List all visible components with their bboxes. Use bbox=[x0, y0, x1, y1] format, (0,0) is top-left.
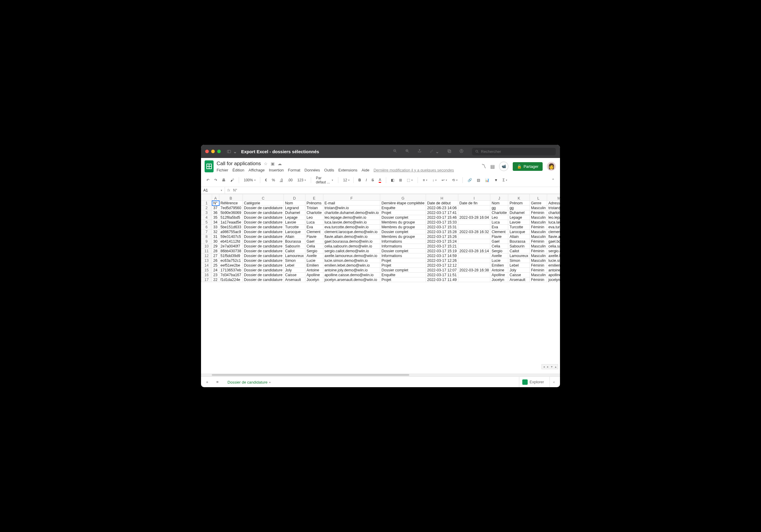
cell[interactable]: Joly bbox=[508, 268, 530, 272]
cell[interactable]: jocelyn.arsenault.demo@wiin.io bbox=[323, 277, 380, 282]
comments-icon[interactable]: ▤ bbox=[490, 164, 495, 169]
cell[interactable]: 2e7a0040f7 bbox=[219, 244, 243, 249]
cell[interactable]: Masculin bbox=[529, 254, 547, 258]
cell[interactable]: 33 bbox=[212, 225, 219, 229]
cell[interactable]: 2022-03-17 15:31 bbox=[426, 225, 458, 229]
sheets-logo-icon[interactable] bbox=[205, 160, 213, 172]
cell[interactable]: Lucie bbox=[490, 258, 508, 263]
decrease-decimal-button[interactable]: .0 bbox=[278, 177, 284, 183]
cell[interactable]: Lavoie bbox=[508, 220, 530, 225]
close-button[interactable] bbox=[205, 149, 209, 153]
cell[interactable] bbox=[458, 263, 490, 268]
cell[interactable]: jocelyn.ars bbox=[547, 277, 560, 282]
cell[interactable]: Lamoureux bbox=[508, 254, 530, 258]
column-header[interactable]: B bbox=[219, 194, 243, 201]
cell[interactable]: Sabourin bbox=[508, 244, 530, 249]
chart-button[interactable]: 📊 bbox=[483, 177, 491, 183]
cell[interactable]: Informations bbox=[380, 244, 426, 249]
cell[interactable]: Simon bbox=[508, 258, 530, 263]
cell[interactable]: Date de début bbox=[426, 201, 458, 206]
collapse-toolbar-button[interactable]: ⌃ bbox=[550, 177, 556, 183]
cell[interactable]: Cailot bbox=[284, 249, 305, 254]
row-header[interactable]: 16 bbox=[201, 272, 212, 277]
cell[interactable]: Dernière étape complétée bbox=[380, 201, 426, 206]
column-header[interactable]: M bbox=[547, 194, 560, 201]
edit-icon[interactable]: ⌄ bbox=[430, 149, 439, 154]
row-header[interactable]: 13 bbox=[201, 258, 212, 263]
menu-affichage[interactable]: Affichage bbox=[249, 168, 265, 172]
menu-format[interactable]: Format bbox=[288, 168, 300, 172]
cell[interactable]: a986755ac9 bbox=[219, 229, 243, 234]
cell[interactable]: Eva bbox=[305, 225, 323, 229]
cell[interactable]: Référence bbox=[219, 201, 243, 206]
cell[interactable]: Prénom bbox=[508, 201, 530, 206]
cell[interactable]: 27 bbox=[212, 254, 219, 258]
row-header[interactable]: 8 bbox=[201, 234, 212, 239]
cell[interactable]: 2022-03-17 12:07 bbox=[426, 268, 458, 272]
cell[interactable]: Masculin bbox=[529, 215, 547, 220]
cell[interactable]: Allain bbox=[508, 234, 530, 239]
cell[interactable]: leo.lepage bbox=[547, 215, 560, 220]
select-all-corner[interactable] bbox=[201, 194, 212, 201]
cell[interactable]: Dossier de candidature bbox=[243, 277, 284, 282]
row-header[interactable]: 7 bbox=[201, 229, 212, 234]
cell[interactable]: Celia bbox=[305, 244, 323, 249]
cell[interactable]: Enquête bbox=[380, 206, 426, 210]
cell[interactable]: Dossier de candidature bbox=[243, 249, 284, 254]
cell[interactable]: Membres du groupe bbox=[380, 234, 426, 239]
cell[interactable]: Adresse e- bbox=[547, 201, 560, 206]
name-box[interactable]: A1▾ bbox=[201, 187, 225, 194]
cell[interactable]: Projet bbox=[380, 277, 426, 282]
cell[interactable]: Simon bbox=[284, 258, 305, 263]
cell[interactable] bbox=[458, 244, 490, 249]
cell[interactable]: 7d347ba167 bbox=[219, 272, 243, 277]
cell[interactable] bbox=[458, 258, 490, 263]
menu-aide[interactable]: Aide bbox=[362, 168, 370, 172]
row-header[interactable]: 1 bbox=[201, 201, 212, 206]
cell[interactable]: Prénoms bbox=[305, 201, 323, 206]
cell[interactable]: Genre bbox=[529, 201, 547, 206]
cell[interactable]: eb414112fd bbox=[219, 239, 243, 244]
activity-icon[interactable]: 〽 bbox=[481, 164, 486, 169]
menu-outils[interactable]: Outils bbox=[324, 168, 334, 172]
add-sheet-button[interactable]: ＋ bbox=[203, 378, 211, 386]
row-header[interactable]: 9 bbox=[201, 239, 212, 244]
cell[interactable] bbox=[458, 239, 490, 244]
cell[interactable]: 28 bbox=[212, 249, 219, 254]
cell[interactable]: Lepage bbox=[508, 215, 530, 220]
cell[interactable]: Axelle bbox=[305, 254, 323, 258]
cell[interactable]: Celia bbox=[490, 244, 508, 249]
cell[interactable]: Date de fin bbox=[458, 201, 490, 206]
strike-button[interactable]: S bbox=[370, 177, 376, 183]
rotate-button[interactable]: ⟲ bbox=[450, 177, 459, 183]
cell[interactable]: 512f8a5bd5 bbox=[219, 215, 243, 220]
cell[interactable]: axelle.lam bbox=[547, 254, 560, 258]
cell[interactable]: 51f5dd39d9 bbox=[219, 254, 243, 258]
sidebar-toggle-icon[interactable]: ⌄ bbox=[227, 149, 237, 154]
cell[interactable]: 2022-03-28 16:32 bbox=[458, 229, 490, 234]
cell[interactable]: Apolline bbox=[305, 272, 323, 277]
cell[interactable]: Axelle bbox=[490, 254, 508, 258]
cell[interactable]: 2022-03-28 16:04 bbox=[458, 215, 490, 220]
bold-button[interactable]: B bbox=[357, 177, 363, 183]
cell[interactable] bbox=[458, 225, 490, 229]
cell[interactable]: Caisse bbox=[284, 272, 305, 277]
cell[interactable]: 2022-03-17 15:21 bbox=[426, 244, 458, 249]
text-color-button[interactable]: A bbox=[377, 177, 383, 184]
cell[interactable]: Larocque bbox=[508, 229, 530, 234]
cell[interactable]: Projet bbox=[380, 263, 426, 268]
cell[interactable]: celia.sabo bbox=[547, 244, 560, 249]
search-input[interactable] bbox=[481, 149, 553, 154]
column-header[interactable]: F bbox=[323, 194, 380, 201]
cell[interactable]: 17136537eb bbox=[219, 268, 243, 272]
cell[interactable]: Lucie bbox=[305, 258, 323, 263]
cell[interactable]: 35 bbox=[212, 215, 219, 220]
cell[interactable]: 2022-03-17 15:26 bbox=[426, 234, 458, 239]
cell[interactable]: Masculin bbox=[529, 220, 547, 225]
cell[interactable]: Legrand bbox=[284, 206, 305, 210]
cell[interactable]: Catégorie bbox=[243, 201, 284, 206]
cell[interactable]: 26 bbox=[212, 258, 219, 263]
cell[interactable]: charlotte.duhamel.demo@wiin.io bbox=[323, 210, 380, 215]
cell[interactable]: flavie.allain.demo@wiin.io bbox=[323, 234, 380, 239]
cell[interactable]: 37 bbox=[212, 206, 219, 210]
